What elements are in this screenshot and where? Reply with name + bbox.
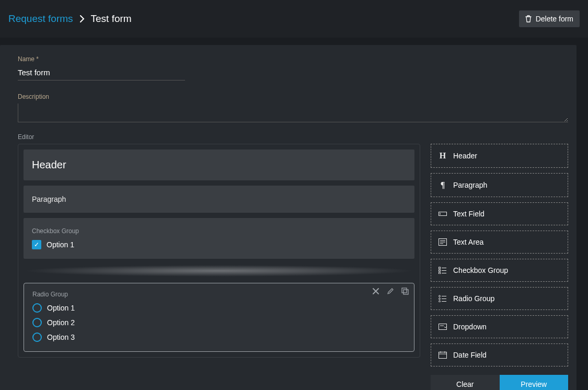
- palette-item-label: Dropdown: [453, 323, 487, 331]
- palette-column: H Header ¶ Paragraph Text Field Text Are…: [431, 144, 568, 390]
- drop-indicator: [24, 265, 414, 277]
- palette-item-label: Checkbox Group: [453, 266, 508, 274]
- clear-button[interactable]: Clear: [431, 375, 500, 390]
- breadcrumb-root-link[interactable]: Request forms: [8, 13, 73, 25]
- edit-icon[interactable]: [387, 288, 394, 295]
- dropdown-icon: [439, 324, 447, 330]
- palette-item-label: Date Field: [453, 351, 487, 359]
- chevron-right-icon: [79, 15, 85, 22]
- radio-option-row[interactable]: Option 3: [32, 332, 406, 342]
- action-buttons: Clear Preview: [431, 375, 568, 390]
- palette-item-checkbox-group[interactable]: Checkbox Group: [431, 259, 568, 282]
- canvas-block-radio-group[interactable]: Radio Group Option 1 Option 2 Option 3: [24, 283, 414, 352]
- radio-icon[interactable]: [32, 303, 42, 313]
- radio-option-label: Option 3: [47, 333, 75, 341]
- palette-item-header[interactable]: H Header: [431, 144, 568, 168]
- name-label: Name *: [18, 55, 568, 63]
- preview-button[interactable]: Preview: [500, 375, 569, 390]
- radio-option-label: Option 1: [47, 304, 75, 312]
- close-icon[interactable]: [372, 288, 379, 295]
- svg-point-16: [439, 298, 441, 300]
- trash-icon: [525, 15, 532, 22]
- radio-option-row[interactable]: Option 1: [32, 303, 406, 313]
- palette-item-label: Radio Group: [453, 294, 494, 303]
- canvas-block-header[interactable]: Header: [24, 150, 414, 180]
- header-block-text: Header: [32, 159, 406, 171]
- palette-item-date-field[interactable]: Date Field: [431, 343, 568, 366]
- svg-rect-12: [439, 272, 441, 274]
- main-panel: Name * Description Editor Header Paragra…: [0, 45, 577, 390]
- radio-icon[interactable]: [32, 318, 42, 327]
- canvas-column: Header Paragraph Checkbox Group ✓ Option…: [18, 144, 420, 390]
- palette-item-label: Header: [453, 152, 477, 160]
- name-field-group: Name *: [18, 55, 568, 81]
- description-label: Description: [18, 93, 568, 100]
- radio-icon[interactable]: [32, 332, 42, 342]
- checkbox-option-label: Option 1: [47, 240, 74, 249]
- editor-label: Editor: [18, 133, 568, 141]
- palette-item-dropdown[interactable]: Dropdown: [431, 315, 568, 338]
- radio-option-row[interactable]: Option 2: [32, 318, 406, 327]
- radio-option-label: Option 2: [47, 318, 75, 327]
- svg-rect-8: [439, 267, 441, 269]
- checkbox-group-icon: [439, 267, 447, 274]
- palette-item-text-area[interactable]: Text Area: [431, 231, 568, 254]
- description-field-group: Description: [18, 93, 568, 124]
- svg-rect-1: [402, 288, 407, 293]
- text-area-icon: [439, 238, 447, 246]
- editor-area: Header Paragraph Checkbox Group ✓ Option…: [18, 144, 568, 390]
- palette-item-text-field[interactable]: Text Field: [431, 202, 568, 225]
- svg-point-14: [439, 295, 441, 297]
- breadcrumb-current: Test form: [91, 13, 132, 25]
- radio-group-icon: [439, 295, 447, 302]
- delete-form-label: Delete form: [536, 15, 573, 23]
- palette-item-label: Paragraph: [453, 181, 487, 189]
- delete-form-button[interactable]: Delete form: [519, 10, 580, 27]
- svg-rect-20: [439, 324, 447, 330]
- canvas-block-checkbox-group[interactable]: Checkbox Group ✓ Option 1: [24, 218, 414, 259]
- svg-rect-0: [403, 290, 408, 294]
- heading-icon: H: [439, 151, 447, 160]
- svg-rect-10: [439, 270, 441, 271]
- paragraph-block-text: Paragraph: [32, 195, 406, 203]
- name-input[interactable]: [18, 66, 185, 81]
- form-canvas[interactable]: Header Paragraph Checkbox Group ✓ Option…: [18, 144, 420, 358]
- svg-rect-22: [439, 352, 447, 359]
- text-field-icon: [439, 211, 447, 217]
- checkbox-option-row[interactable]: ✓ Option 1: [32, 240, 406, 249]
- palette-item-label: Text Field: [453, 210, 485, 218]
- palette-item-paragraph[interactable]: ¶ Paragraph: [431, 173, 568, 197]
- block-toolbar: [372, 288, 409, 295]
- canvas-block-paragraph[interactable]: Paragraph: [24, 186, 414, 213]
- checkbox-icon[interactable]: ✓: [32, 240, 41, 249]
- header-bar: Request forms Test form Delete form: [0, 0, 588, 38]
- copy-icon[interactable]: [401, 288, 409, 295]
- date-field-icon: [439, 351, 447, 359]
- paragraph-icon: ¶: [439, 180, 447, 190]
- breadcrumb: Request forms Test form: [8, 13, 132, 25]
- palette-item-label: Text Area: [453, 238, 483, 246]
- checkbox-group-label: Checkbox Group: [32, 227, 406, 235]
- radio-group-label: Radio Group: [32, 291, 406, 298]
- palette-item-radio-group[interactable]: Radio Group: [431, 287, 568, 310]
- svg-point-18: [439, 301, 441, 302]
- description-input[interactable]: [18, 104, 568, 122]
